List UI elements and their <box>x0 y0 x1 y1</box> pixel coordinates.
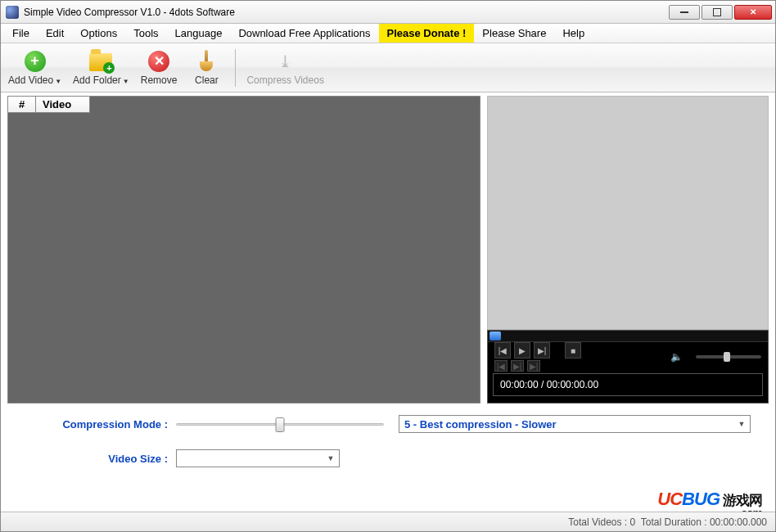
total-duration-value: 00:00:00.000 <box>710 516 767 528</box>
window-title: Simple Video Compressor V1.0 - 4dots Sof… <box>24 7 667 18</box>
total-duration-label: Total Duration : <box>641 516 707 528</box>
player-buttons: |◀ ▶ ▶| ■ |◀ ▶| ▶| 🔈 <box>488 342 768 372</box>
app-icon <box>6 6 19 19</box>
remove-label: Remove <box>141 74 178 86</box>
prev-button[interactable]: |◀ <box>494 342 511 358</box>
close-button[interactable] <box>734 5 772 20</box>
next-button[interactable]: ▶| <box>534 342 550 358</box>
preview-pane: |◀ ▶ ▶| ■ |◀ ▶| ▶| 🔈 <box>487 96 769 404</box>
toolbar-separator <box>235 49 236 87</box>
add-video-label: Add Video <box>8 74 53 86</box>
menu-edit[interactable]: Edit <box>38 24 72 43</box>
clear-label: Clear <box>195 74 219 86</box>
add-video-button[interactable]: Add Video▼ <box>2 46 67 90</box>
chevron-down-icon: ▼ <box>735 417 748 431</box>
add-folder-button[interactable]: Add Folder▼ <box>67 46 135 90</box>
settings-form: Compression Mode : 5 - Best compression … <box>1 404 775 467</box>
video-size-row: Video Size : ▼ <box>42 449 752 467</box>
plus-icon <box>24 50 47 73</box>
player-controls-panel: |◀ ▶ ▶| ■ |◀ ▶| ▶| 🔈 <box>487 330 769 404</box>
maximize-button[interactable] <box>702 5 733 20</box>
menu-tools[interactable]: Tools <box>125 24 166 43</box>
volume-icon: 🔈 <box>670 351 683 363</box>
compression-mode-select[interactable]: 5 - Best compression - Slower ▼ <box>399 415 751 433</box>
menu-bar: File Edit Options Tools Language Downloa… <box>1 24 775 43</box>
remove-button[interactable]: ✕ Remove <box>135 46 183 90</box>
menu-language[interactable]: Language <box>167 24 231 43</box>
clear-button[interactable]: Clear <box>183 46 230 90</box>
video-size-label: Video Size : <box>42 453 176 465</box>
compress-icon: ⤓ <box>274 50 297 73</box>
volume-slider[interactable] <box>696 355 761 358</box>
compression-mode-value: 5 - Best compression - Slower <box>404 418 557 431</box>
dropdown-icon: ▼ <box>55 78 61 85</box>
compression-mode-label: Compression Mode : <box>42 418 176 431</box>
total-videos-value: 0 <box>630 516 636 528</box>
menu-options[interactable]: Options <box>72 24 125 43</box>
menu-share[interactable]: Please Share <box>474 24 554 43</box>
video-list[interactable]: # Video <box>7 96 480 404</box>
compression-slider[interactable] <box>176 416 384 432</box>
step-back-button[interactable]: |◀ <box>494 360 508 372</box>
chevron-down-icon: ▼ <box>324 452 337 465</box>
main-area: # Video |◀ ▶ ▶| ■ |◀ <box>1 92 775 404</box>
toolbar: Add Video▼ Add Folder▼ ✕ Remove Clear ⤓ … <box>1 43 775 92</box>
step-fwd2-button[interactable]: ▶| <box>527 360 540 372</box>
column-number[interactable]: # <box>8 97 36 113</box>
stop-button[interactable]: ■ <box>565 342 581 358</box>
title-bar: Simple Video Compressor V1.0 - 4dots Sof… <box>1 1 775 24</box>
status-bar: Total Videos : 0 Total Duration : 00:00:… <box>1 512 775 531</box>
menu-help[interactable]: Help <box>554 24 593 43</box>
slider-thumb[interactable] <box>276 417 285 432</box>
compress-videos-button: ⤓ Compress Videos <box>241 46 330 90</box>
seek-bar[interactable] <box>488 331 768 342</box>
video-size-select[interactable]: ▼ <box>176 449 340 467</box>
compression-mode-row: Compression Mode : 5 - Best compression … <box>42 415 752 433</box>
minimize-button[interactable] <box>669 5 700 20</box>
column-video[interactable]: Video <box>36 97 90 113</box>
broom-icon <box>195 50 218 73</box>
menu-download[interactable]: Download Free Applications <box>230 24 378 43</box>
player-time: 00:00:00 / 00:00:00.00 <box>493 373 763 396</box>
window-controls <box>667 5 772 20</box>
menu-file[interactable]: File <box>4 24 38 43</box>
volume-thumb[interactable] <box>724 352 730 362</box>
menu-donate[interactable]: Please Donate ! <box>379 24 475 43</box>
add-folder-label: Add Folder <box>73 74 121 86</box>
play-button[interactable]: ▶ <box>514 342 530 358</box>
dropdown-icon: ▼ <box>123 78 129 85</box>
remove-icon: ✕ <box>147 50 170 73</box>
seek-thumb[interactable] <box>490 331 501 340</box>
folder-plus-icon <box>89 50 112 73</box>
step-fwd-button[interactable]: ▶| <box>511 360 524 372</box>
preview-canvas <box>487 96 769 330</box>
total-videos-label: Total Videos : <box>568 516 627 528</box>
compress-label: Compress Videos <box>246 74 324 86</box>
video-list-header: # Video <box>8 97 90 113</box>
